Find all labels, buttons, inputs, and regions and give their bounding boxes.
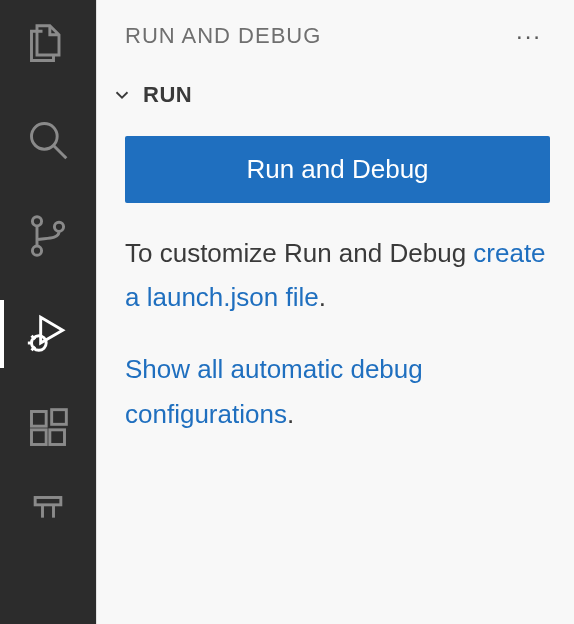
show-all-text-end: . [287, 399, 294, 429]
activity-source-control[interactable] [0, 210, 96, 266]
run-debug-sidebar: RUN AND DEBUG ··· RUN Run and Debug To c… [96, 0, 574, 624]
more-icon [26, 492, 70, 540]
svg-rect-11 [50, 430, 65, 445]
search-icon [26, 118, 70, 166]
show-all-description: Show all automatic debug configurations. [125, 347, 550, 435]
svg-point-0 [32, 124, 58, 150]
svg-rect-12 [52, 410, 67, 425]
sidebar-more-button[interactable]: ··· [512, 22, 546, 50]
debug-alt-icon [26, 310, 70, 358]
activity-extensions[interactable] [0, 402, 96, 458]
svg-rect-13 [35, 498, 61, 505]
svg-line-1 [54, 146, 67, 159]
activity-run-debug[interactable] [0, 306, 96, 362]
run-section-header[interactable]: RUN [97, 72, 574, 118]
run-section-body: Run and Debug To customize Run and Debug… [97, 118, 574, 436]
run-section-label: RUN [143, 82, 192, 108]
activity-more[interactable] [0, 488, 96, 544]
svg-point-3 [32, 246, 41, 255]
customize-text: To customize Run and Debug [125, 238, 473, 268]
git-branch-icon [26, 214, 70, 262]
run-and-debug-button[interactable]: Run and Debug [125, 136, 550, 203]
customize-text-end: . [319, 282, 326, 312]
chevron-down-icon [111, 84, 133, 106]
activity-explorer[interactable] [0, 18, 96, 74]
activity-search[interactable] [0, 114, 96, 170]
files-icon [26, 22, 70, 70]
extensions-icon [26, 406, 70, 454]
sidebar-title: RUN AND DEBUG [125, 23, 321, 49]
customize-description: To customize Run and Debug create a laun… [125, 231, 550, 319]
svg-point-4 [54, 222, 63, 231]
svg-rect-10 [32, 430, 47, 445]
svg-point-2 [32, 217, 41, 226]
activity-bar [0, 0, 96, 624]
show-all-configs-link[interactable]: Show all automatic debug configurations [125, 354, 423, 428]
svg-rect-9 [32, 412, 47, 427]
sidebar-header: RUN AND DEBUG ··· [97, 0, 574, 72]
